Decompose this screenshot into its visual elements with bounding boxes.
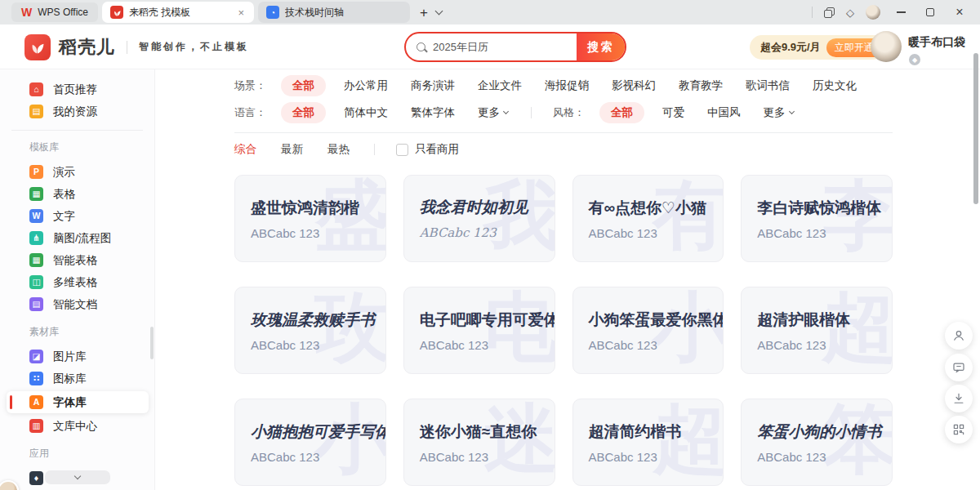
smart-doc-icon: ▤	[29, 297, 43, 311]
font-sample: ABCabc 123	[420, 450, 555, 464]
search-bar[interactable]: 搜索	[404, 32, 626, 62]
font-sample: ABCabc 123	[589, 450, 724, 464]
font-name: 电子吧唧专用可爱体	[420, 310, 555, 331]
font-card[interactable]: 我 我念君时如初见 ABCabc 123	[403, 175, 555, 262]
vip-promo-pill[interactable]: 超会9.9元/月 立即开通	[750, 35, 885, 60]
search-input[interactable]	[433, 41, 577, 53]
wps-home-label: WPS Office	[38, 7, 88, 18]
sort-option-newest[interactable]: 最新	[281, 142, 303, 157]
sidebar-item-label: 表格	[53, 187, 75, 202]
chevron-down-icon	[788, 109, 794, 114]
titlebar-avatar[interactable]	[866, 5, 880, 20]
font-card[interactable]: 小 小狗笨蛋最爱你黑体 ABCabc 123	[572, 287, 724, 374]
sidebar-item-spreadsheet[interactable]: ▦ 表格	[0, 183, 154, 205]
sidebar-item-home[interactable]: ⌂ 首页推荐	[0, 78, 154, 100]
filter-option[interactable]: 企业文件	[478, 78, 522, 93]
sidebar-item-font-library[interactable]: A 字体库	[7, 391, 149, 413]
new-tab-button[interactable]: +	[420, 6, 428, 20]
search-button[interactable]: 搜索	[577, 33, 625, 60]
window-titlebar: W WPS Office 来稻壳 找模板 × ◔ 技术栈时间轴 + ◇ ×	[0, 0, 980, 24]
filter-option[interactable]: 可爱	[662, 105, 684, 120]
font-card[interactable]: 玫 玫瑰温柔救赎手书 ABCabc 123	[234, 287, 386, 374]
tab-close-icon[interactable]: ×	[236, 7, 246, 19]
download-float-button[interactable]	[945, 385, 973, 412]
sidebar-item-writer[interactable]: W 文字	[0, 205, 154, 227]
font-sample: ABCabc 123	[589, 338, 724, 352]
tab-docer[interactable]: 来稻壳 找模板 ×	[102, 2, 254, 23]
sidebar-item-my-resources[interactable]: ▤ 我的资源	[0, 100, 154, 122]
font-card[interactable]: 电 电子吧唧专用可爱体 ABCabc 123	[403, 287, 555, 374]
docer-logo-icon[interactable]	[24, 34, 51, 60]
font-card[interactable]: 迷 迷你小猫≈直想你 ABCabc 123	[403, 399, 555, 486]
image-library-icon: ◪	[29, 350, 43, 363]
writer-doc-icon: W	[29, 209, 43, 223]
sort-option-comprehensive[interactable]: 综合	[234, 142, 256, 157]
user-name[interactable]: 暖手布口袋	[908, 35, 965, 50]
tab-timeline[interactable]: ◔ 技术栈时间轴	[258, 2, 410, 23]
filter-option[interactable]: 歌词书信	[746, 78, 790, 93]
layout-mode-icon[interactable]	[824, 7, 835, 18]
minimize-button[interactable]	[892, 3, 910, 21]
font-sample: ABCabc 123	[757, 226, 892, 240]
filter-option[interactable]: 历史文化	[813, 78, 857, 93]
sidebar-item-label: 脑图/流程图	[53, 231, 111, 246]
sidebar-divider	[11, 130, 143, 131]
font-card[interactable]: 有 有∞点想你♡小猫 ABCabc 123	[572, 175, 724, 262]
sidebar-item-smart-sheet[interactable]: ▦ 智能表格	[0, 249, 154, 271]
commercial-only-label: 只看商用	[415, 142, 459, 157]
sidebar-item-mindmap[interactable]: ⋔ 脑图/流程图	[0, 227, 154, 249]
sidebar-item-icon-library[interactable]: ∷ 图标库	[0, 368, 154, 390]
font-sample: ABCabc 123	[251, 450, 385, 464]
filter-more-dropdown[interactable]: 更多	[478, 105, 508, 120]
vip-price-label: 超会9.9元/月	[760, 40, 821, 55]
sidebar-item-multidim-sheet[interactable]: ◫ 多维表格	[0, 271, 154, 293]
font-name: 李白诗赋惊鸿楷体	[757, 198, 892, 219]
titlebar-divider	[812, 7, 813, 18]
filter-option[interactable]: 办公常用	[344, 78, 388, 93]
close-button[interactable]: ×	[951, 3, 969, 21]
font-card[interactable]: 小 小猫抱抱可爱手写体 ABCabc 123	[234, 399, 386, 486]
sidebar-item-presentation[interactable]: P 演示	[0, 161, 154, 183]
sidebar-item-smart-doc[interactable]: ▤ 智能文档	[0, 293, 154, 315]
font-card-grid: 盛 盛世惊鸿清韵楷 ABCabc 123 我 我念君时如初见 ABCabc 12…	[234, 175, 893, 486]
docer-tab-icon	[110, 6, 123, 19]
font-card[interactable]: 盛 盛世惊鸿清韵楷 ABCabc 123	[234, 175, 386, 262]
font-name: 笨蛋小狗的小情书	[757, 421, 892, 443]
feedback-float-button[interactable]	[945, 354, 973, 381]
filter-option[interactable]: 影视科幻	[612, 78, 656, 93]
filter-option-all[interactable]: 全部	[281, 75, 326, 96]
font-sample: ABCabc 123	[251, 226, 385, 240]
font-card[interactable]: 笨 笨蛋小狗的小情书 ABCabc 123	[741, 399, 893, 486]
font-card[interactable]: 超 超清简约楷书 ABCabc 123	[572, 399, 724, 486]
chevron-down-icon	[503, 109, 509, 114]
sidebar-collapse-button[interactable]	[45, 470, 110, 484]
maximize-button[interactable]	[921, 3, 939, 21]
user-float-button[interactable]	[945, 322, 973, 350]
font-card[interactable]: 李 李白诗赋惊鸿楷体 ABCabc 123	[741, 175, 893, 262]
filter-option-all[interactable]: 全部	[281, 102, 326, 123]
filter-option[interactable]: 简体中文	[344, 105, 388, 120]
main-scrollbar-thumb[interactable]	[973, 53, 978, 204]
font-card[interactable]: 超 超清护眼楷体 ABCabc 123	[741, 287, 893, 374]
sidebar-scrollbar-thumb[interactable]	[150, 327, 154, 359]
sort-option-hottest[interactable]: 最热	[327, 142, 350, 157]
content-divider	[234, 132, 893, 133]
commercial-only-checkbox[interactable]	[396, 144, 408, 156]
integrations-icon[interactable]: ◇	[846, 7, 854, 18]
filter-label: 风格：	[553, 105, 585, 120]
qr-float-button[interactable]	[945, 416, 973, 443]
filter-option-all[interactable]: 全部	[599, 102, 644, 123]
wps-home-button[interactable]: W WPS Office	[11, 2, 98, 22]
filter-option[interactable]: 繁体字体	[411, 105, 455, 120]
sidebar-section-templates: 模板库	[29, 140, 154, 154]
tab-list-chevron-down-icon[interactable]	[435, 7, 443, 16]
sidebar-item-doc-center[interactable]: ▥ 文库中心	[0, 415, 154, 437]
filter-option[interactable]: 中国风	[707, 105, 741, 120]
sidebar-item-image-library[interactable]: ◪ 图片库	[0, 345, 154, 368]
user-avatar[interactable]	[871, 31, 902, 62]
filter-option[interactable]: 海报促销	[545, 78, 589, 93]
filter-option[interactable]: 商务演讲	[411, 78, 455, 93]
sidebar-item-label: 图标库	[53, 372, 87, 386]
filter-more-dropdown[interactable]: 更多	[764, 105, 794, 120]
filter-option[interactable]: 教育教学	[679, 78, 723, 93]
